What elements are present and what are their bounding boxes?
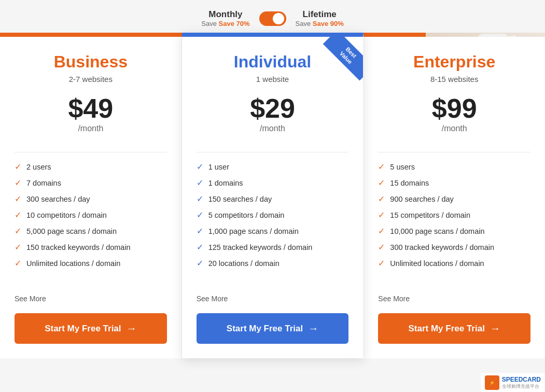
enterprise-period: /month: [378, 124, 530, 133]
individual-period-wrap: /month: [197, 124, 349, 145]
check-icon: ✓: [197, 210, 203, 220]
check-icon: ✓: [15, 258, 21, 268]
business-plan-name: Business: [15, 52, 167, 72]
enterprise-amount: $99: [432, 93, 477, 123]
speedcard-brand-block: SPEEDCARD 全球购博充值平台: [502, 376, 541, 390]
check-icon: ✓: [197, 162, 203, 172]
best-value-label: BestValue: [323, 37, 363, 80]
check-icon: ✓: [197, 226, 203, 236]
check-icon: ✓: [378, 258, 385, 268]
business-period-wrap: /month: [15, 124, 167, 145]
monthly-label: Monthly: [208, 9, 242, 20]
enterprise-cta-label: Start My Free Trial: [408, 324, 484, 334]
business-features: ✓2 users ✓7 domains ✓300 searches / day …: [15, 162, 167, 285]
enterprise-price: $99: [378, 95, 530, 122]
business-amount: $49: [68, 93, 113, 123]
list-item: ✓5,000 page scans / domain: [15, 226, 167, 236]
lifetime-option: Lifetime Save Save 90%: [296, 9, 344, 27]
check-icon: ✓: [197, 258, 203, 268]
business-see-more[interactable]: See More: [15, 295, 167, 303]
list-item: ✓125 tracked keywords / domain: [197, 242, 349, 252]
check-icon: ✓: [197, 242, 203, 252]
list-item: ✓5 users: [378, 162, 530, 172]
list-item: ✓20 locations / domain: [197, 258, 349, 268]
list-item: ✓300 tracked keywords / domain: [378, 242, 530, 252]
speedcard-sub: 全球购博充值平台: [502, 383, 541, 390]
list-item: ✓150 tracked keywords / domain: [15, 242, 167, 252]
individual-cta-button[interactable]: Start My Free Trial →: [197, 313, 349, 344]
business-cta-label: Start My Free Trial: [45, 324, 121, 334]
individual-see-more[interactable]: See More: [197, 295, 349, 303]
enterprise-see-more[interactable]: See More: [378, 295, 530, 303]
check-icon: ✓: [378, 178, 385, 188]
monthly-save: Save Save 70%: [201, 20, 249, 27]
check-icon: ✓: [378, 194, 385, 204]
check-icon: ✓: [378, 226, 385, 236]
list-item: ✓Unlimited locations / domain: [15, 258, 167, 268]
plan-card-enterprise: Enterprise 8-15 websites $99 /month ✓5 u…: [364, 37, 545, 358]
enterprise-plan-name: Enterprise: [378, 52, 530, 72]
individual-period: /month: [197, 124, 349, 133]
business-period: /month: [15, 124, 167, 133]
billing-toggle-section: Monthly Save Save 70% Lifetime Save Save…: [201, 9, 344, 27]
individual-price: $29: [197, 95, 349, 122]
arrow-right-icon: →: [127, 323, 137, 334]
enterprise-features: ✓5 users ✓15 domains ✓900 searches / day…: [378, 162, 530, 285]
plan-card-business: Business 2-7 websites $49 /month ✓2 user…: [0, 37, 182, 358]
check-icon: ✓: [15, 178, 21, 188]
enterprise-divider: [378, 152, 530, 152]
list-item: ✓7 domains: [15, 178, 167, 188]
list-item: ✓15 domains: [378, 178, 530, 188]
business-cta-button[interactable]: Start My Free Trial →: [15, 313, 167, 344]
list-item: ✓1,000 page scans / domain: [197, 226, 349, 236]
arrow-right-icon: →: [308, 323, 318, 334]
speedcard-icon: ⚡: [485, 375, 499, 390]
check-icon: ✓: [378, 162, 385, 172]
business-divider: [15, 152, 167, 152]
individual-amount: $29: [250, 93, 295, 123]
list-item: ✓2 users: [15, 162, 167, 172]
check-icon: ✓: [15, 226, 21, 236]
check-icon: ✓: [378, 210, 385, 220]
individual-features: ✓1 user ✓1 domains ✓150 searches / day ✓…: [197, 162, 349, 285]
check-icon: ✓: [15, 162, 21, 172]
check-icon: ✓: [378, 242, 385, 252]
individual-cta-label: Start My Free Trial: [227, 324, 303, 334]
speedcard-watermark: ⚡ SPEEDCARD 全球购博充值平台: [481, 373, 545, 392]
speedcard-brand: SPEEDCARD: [502, 376, 541, 383]
list-item: ✓300 searches / day: [15, 194, 167, 204]
check-icon: ✓: [15, 210, 21, 220]
lifetime-save: Save Save 90%: [296, 20, 344, 27]
business-price: $49: [15, 95, 167, 122]
monthly-option: Monthly Save Save 70%: [201, 9, 249, 27]
plans-container: Business 2-7 websites $49 /month ✓2 user…: [0, 37, 545, 358]
individual-divider: [197, 152, 349, 152]
billing-toggle[interactable]: [259, 11, 286, 26]
list-item: ✓15 competitors / domain: [378, 210, 530, 220]
list-item: ✓5 competitors / domain: [197, 210, 349, 220]
enterprise-period-wrap: /month: [378, 124, 530, 145]
arrow-right-icon: →: [490, 323, 500, 334]
top-bar: Monthly Save Save 70% Lifetime Save Save…: [0, 0, 545, 33]
list-item: ✓10,000 page scans / domain: [378, 226, 530, 236]
list-item: ✓10 competitors / domain: [15, 210, 167, 220]
list-item: ✓Unlimited locations / domain: [378, 258, 530, 268]
list-item: ✓1 user: [197, 162, 349, 172]
check-icon: ✓: [15, 242, 21, 252]
enterprise-websites: 8-15 websites: [378, 75, 530, 83]
list-item: ✓900 searches / day: [378, 194, 530, 204]
check-icon: ✓: [197, 178, 203, 188]
enterprise-cta-button[interactable]: Start My Free Trial →: [378, 313, 530, 344]
business-websites: 2-7 websites: [15, 75, 167, 83]
best-value-ribbon: BestValue: [316, 37, 363, 83]
list-item: ✓150 searches / day: [197, 194, 349, 204]
list-item: ✓1 domains: [197, 178, 349, 188]
plan-card-individual: BestValue Individual 1 website $29 /mont…: [182, 33, 364, 358]
lifetime-label: Lifetime: [303, 9, 337, 20]
check-icon: ✓: [15, 194, 21, 204]
check-icon: ✓: [197, 194, 203, 204]
toggle-knob: [273, 13, 284, 24]
